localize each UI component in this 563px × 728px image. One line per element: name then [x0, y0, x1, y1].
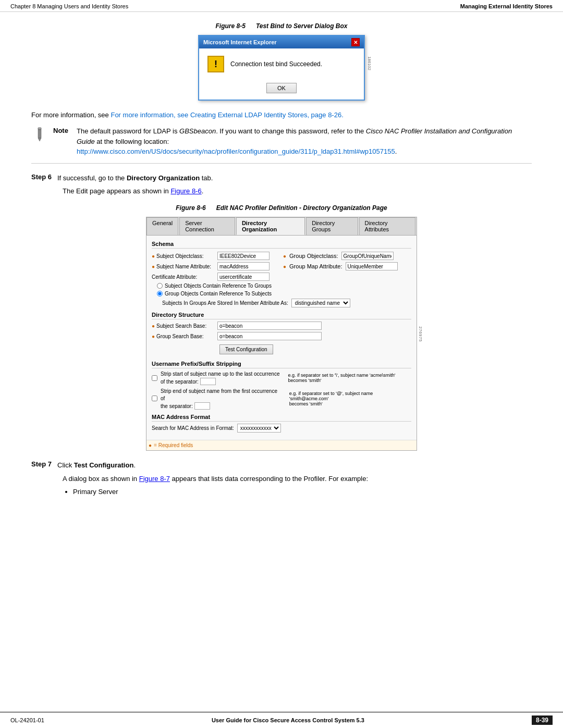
figure5-caption: Figure 8-5 Test Bind to Server Dialog Bo…: [31, 22, 532, 30]
subject-name-attr-input[interactable]: [217, 262, 270, 270]
dir-structure-title: Directory Structure: [152, 312, 411, 319]
page-number: 8-39: [532, 715, 553, 725]
step6-text: If successful, go to the Directory Organ…: [57, 173, 213, 183]
strip-start-text1: Strip start of subject name up to the la…: [161, 371, 279, 377]
mac-title: MAC Address Format: [152, 414, 411, 422]
directory-panel: General Server Connection Directory Orga…: [146, 217, 417, 451]
figure6-label: Figure 8-6: [176, 204, 205, 212]
username-title: Username Prefix/Suffix Stripping: [152, 361, 411, 368]
note-section: Note The default password for LDAP is GB…: [31, 126, 532, 164]
figure5-side-label: 186102: [367, 57, 372, 71]
strip-end-checkbox[interactable]: [152, 396, 157, 401]
figure6-title: Edit NAC Profiler Definition - Directory…: [216, 204, 387, 212]
schema-row-2: ● Subject Name Attribute: ● Group Map At…: [152, 262, 411, 270]
group-objectclass-section: ● Group Objectclass:: [283, 252, 394, 260]
test-configuration-button[interactable]: Test Configuration: [219, 344, 273, 354]
dialog-footer: OK: [199, 80, 364, 100]
svg-marker-1: [38, 138, 41, 141]
footer-right: 8-39: [532, 715, 553, 725]
test-bind-dialog: Microsoft Internet Explorer ✕ ! Connecti…: [198, 35, 365, 101]
dialog-close-button[interactable]: ✕: [351, 38, 360, 46]
cert-attr-input[interactable]: [217, 273, 270, 281]
step6-label: Step 6: [31, 173, 52, 183]
tab-directory-groups[interactable]: Directory Groups: [306, 217, 358, 235]
group-map-attr-section: ● Group Map Attribute:: [283, 262, 398, 270]
subject-search-row: ● Subject Search Base:: [152, 322, 411, 330]
strip-end-text1: Strip end of subject name from the first…: [161, 388, 277, 401]
note-url[interactable]: http://www.cisco.com/en/US/docs/security…: [77, 147, 395, 155]
strip-start-input[interactable]: [200, 378, 216, 385]
step7-subtext: A dialog box as shown in Figure 8-7 appe…: [63, 475, 532, 483]
figure6-side-label: 276975: [419, 326, 423, 342]
radio-subject-ref-groups[interactable]: [157, 283, 163, 289]
step6-section: Step 6 If successful, go to the Director…: [31, 173, 532, 195]
group-search-row: ● Group Search Base:: [152, 332, 411, 340]
username-strip-row-2: Strip end of subject name from the first…: [152, 388, 411, 410]
schema-row-3: Certificate Attribute:: [152, 273, 411, 281]
step7-label: Step 7: [31, 460, 52, 471]
test-config-row: Test Configuration: [152, 342, 411, 356]
header-right: Managing External Identity Stores: [460, 3, 553, 9]
req-dot-legend: ●: [149, 442, 152, 448]
step6-subtext: The Edit page appears as shown in Figure…: [63, 187, 532, 195]
figure6-caption: Figure 8-6 Edit NAC Profiler Definition …: [31, 204, 532, 212]
ldap-link[interactable]: For more information, see Creating Exter…: [111, 111, 343, 119]
footer-center: User Guide for Cisco Secure Access Contr…: [212, 717, 364, 723]
group-map-attr-input[interactable]: [346, 262, 398, 270]
note-icon-wrapper: [31, 126, 48, 143]
note-guide-title: Cisco NAC Profiler Installation and Conf…: [77, 127, 512, 145]
radio-row-1: Subject Objects Contain Reference To Gro…: [157, 283, 411, 289]
figure6-link[interactable]: Figure 8-6: [170, 187, 201, 195]
req-fields-text: = Required fields: [154, 442, 193, 448]
username-strip-row-1: Strip start of subject name up to the la…: [152, 371, 411, 386]
member-attr-row: Subjects In Groups Are Stored In Member …: [162, 299, 411, 307]
step7-bullet-list: Primary Server: [73, 488, 532, 496]
tab-directory-attributes[interactable]: Directory Attributes: [359, 217, 415, 235]
subject-objectclass-label: ● Subject Objectclass:: [152, 253, 214, 259]
strip-start-checkbox[interactable]: [152, 375, 157, 381]
strip-end-text2: the separator:: [161, 403, 193, 409]
subject-search-label: ● Subject Search Base:: [152, 323, 214, 329]
schema-row-1: ● Subject Objectclass: ● Group Objectcla…: [152, 252, 411, 260]
dialog-titlebar: Microsoft Internet Explorer ✕: [199, 36, 364, 48]
mac-format-select[interactable]: xxxxxxxxxxxx: [237, 424, 281, 433]
step7-section: Step 7 Click Test Configuration. A dialo…: [31, 460, 532, 496]
subject-search-input[interactable]: [217, 322, 322, 330]
footer-doc-num: OL-24201-01: [10, 717, 44, 723]
dialog-ok-button[interactable]: OK: [266, 83, 297, 93]
tab-server-connection[interactable]: Server Connection: [179, 217, 235, 235]
warning-icon: !: [207, 56, 224, 72]
mac-row: Search for MAC Address in Format: xxxxxx…: [152, 424, 411, 433]
figure7-link[interactable]: Figure 8-7: [139, 475, 170, 483]
radio-row-2: Group Objects Contain Reference To Subje…: [157, 291, 411, 297]
group-objectclass-input[interactable]: [341, 252, 394, 260]
member-attr-select[interactable]: distinguished name: [291, 299, 350, 307]
req-dot-2: ●: [283, 253, 286, 259]
note-password: GBSbeacon: [179, 127, 216, 135]
mac-label: Search for MAC Address in Format:: [152, 425, 234, 431]
page-wrapper: Chapter 8 Managing Users and Identity St…: [0, 0, 563, 728]
dialog-body: ! Connection test bind Succeeded.: [199, 48, 364, 80]
dialog-title: Microsoft Internet Explorer: [203, 39, 277, 45]
strip-start-example: e.g. if separator set to '\', subject na…: [288, 373, 395, 383]
subject-objectclass-input[interactable]: [217, 252, 270, 260]
strip-start-text2: of the separator:: [161, 379, 199, 385]
pencil-icon: [33, 127, 46, 142]
tab-general[interactable]: General: [146, 217, 178, 235]
figure5-title: Test Bind to Server Dialog Box: [256, 22, 348, 30]
req-dot-4: ●: [283, 264, 286, 269]
note-label: Note: [53, 127, 71, 134]
dialog-message: Connection test bind Succeeded.: [230, 60, 322, 68]
svg-rect-2: [38, 128, 41, 129]
header-left: Chapter 8 Managing Users and Identity St…: [10, 3, 128, 9]
strip-end-input[interactable]: [194, 402, 210, 410]
req-fields-note: ● = Required fields: [146, 440, 417, 450]
tab-directory-organization[interactable]: Directory Organization: [236, 217, 305, 235]
bullet-primary-server: Primary Server: [73, 488, 532, 496]
group-search-input[interactable]: [217, 332, 322, 340]
subject-name-attr-label: ● Subject Name Attribute:: [152, 264, 214, 269]
main-content: Figure 8-5 Test Bind to Server Dialog Bo…: [0, 12, 563, 712]
req-dot-3: ●: [152, 264, 155, 269]
directory-tabs: General Server Connection Directory Orga…: [146, 217, 417, 236]
radio-group-ref-subjects[interactable]: [157, 291, 163, 297]
